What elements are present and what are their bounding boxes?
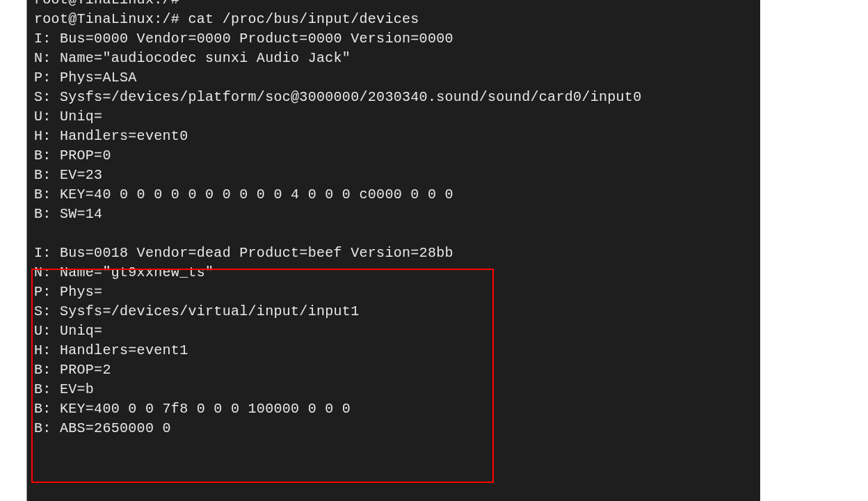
cutoff-previous-line: root@TinaLinux:/# [34,0,753,10]
terminal-line: N: Name="audiocodec sunxi Audio Jack" [34,49,753,68]
terminal-line: B: PROP=2 [34,360,753,380]
terminal-line: S: Sysfs=/devices/virtual/input/input1 [34,302,753,321]
terminal-line: U: Uniq= [34,321,753,341]
terminal-line: root@TinaLinux:/# [34,0,753,10]
terminal-line: B: SW=14 [34,205,753,224]
terminal-line: I: Bus=0018 Vendor=dead Product=beef Ver… [34,244,753,263]
terminal-line: B: KEY=40 0 0 0 0 0 0 0 0 0 0 4 0 0 0 c0… [34,185,753,205]
terminal-line: P: Phys= [34,283,753,302]
terminal-line: I: Bus=0000 Vendor=0000 Product=0000 Ver… [34,29,753,49]
terminal-line: H: Handlers=event1 [34,341,753,360]
terminal-blank-line [34,224,753,244]
terminal-line: B: PROP=0 [34,146,753,166]
terminal-line: B: KEY=400 0 0 7f8 0 0 0 100000 0 0 0 [34,399,753,419]
terminal-window[interactable]: root@TinaLinux:/# root@TinaLinux:/# cat … [26,0,760,501]
terminal-line: N: Name="gt9xxnew_ts" [34,263,753,283]
terminal-line: B: EV=23 [34,166,753,185]
terminal-line: S: Sysfs=/devices/platform/soc@3000000/2… [34,88,753,107]
terminal-line: B: ABS=2650000 0 [34,419,753,438]
terminal-line: H: Handlers=event0 [34,127,753,146]
terminal-prompt-line: root@TinaLinux:/# cat /proc/bus/input/de… [34,10,753,29]
terminal-line: B: EV=b [34,380,753,399]
terminal-line: U: Uniq= [34,107,753,127]
terminal-line: P: Phys=ALSA [34,68,753,88]
